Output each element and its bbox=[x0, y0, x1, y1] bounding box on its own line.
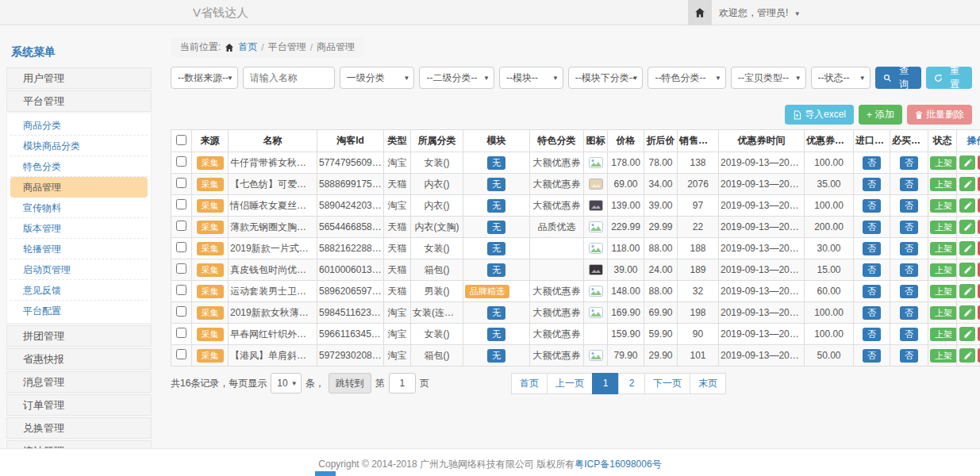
row-checkbox[interactable] bbox=[176, 156, 186, 167]
row-checkbox[interactable] bbox=[176, 349, 186, 359]
sidebar-item-5[interactable]: 版本管理 bbox=[10, 218, 148, 239]
toggle-badge[interactable]: 否 bbox=[863, 328, 881, 341]
row-checkbox[interactable] bbox=[176, 328, 186, 338]
jump-button[interactable]: 跳转到 bbox=[329, 373, 371, 393]
toggle-badge[interactable]: 否 bbox=[863, 263, 881, 277]
toggle-badge[interactable]: 否 bbox=[900, 242, 918, 255]
sidebar-item-2[interactable]: 特色分类 bbox=[10, 156, 148, 177]
sidebar-item-1[interactable]: 模块商品分类 bbox=[10, 136, 148, 156]
row-checkbox[interactable] bbox=[176, 221, 186, 231]
row-checkbox[interactable] bbox=[176, 263, 186, 274]
search-button[interactable]: 查询 bbox=[875, 67, 921, 89]
page-number-input[interactable] bbox=[389, 373, 416, 393]
sidebar-item-6[interactable]: 轮播管理 bbox=[10, 239, 148, 259]
status-badge[interactable]: 上架 bbox=[930, 156, 957, 170]
import-excel-button[interactable]: 导入excel bbox=[785, 105, 854, 125]
toggle-badge[interactable]: 否 bbox=[863, 285, 881, 298]
edit-button[interactable] bbox=[959, 177, 975, 191]
batch-delete-button[interactable]: 批量删除 bbox=[907, 105, 972, 125]
toggle-badge[interactable]: 否 bbox=[863, 349, 881, 363]
per-page-select[interactable]: 10▼ bbox=[271, 373, 301, 393]
toggle-badge[interactable]: 否 bbox=[863, 178, 881, 191]
module-badge[interactable]: 无 bbox=[487, 349, 505, 363]
edit-button[interactable] bbox=[959, 263, 975, 277]
toggle-badge[interactable]: 否 bbox=[900, 349, 918, 363]
filter-select-1[interactable]: 一级分类▼ bbox=[340, 67, 415, 89]
edit-button[interactable] bbox=[959, 198, 975, 213]
sidebar-group-4[interactable]: 消息管理 bbox=[6, 371, 152, 393]
page-button-0[interactable]: 首页 bbox=[511, 373, 548, 394]
toggle-badge[interactable]: 否 bbox=[900, 306, 918, 320]
sidebar-group-2[interactable]: 拼团管理 bbox=[6, 325, 152, 347]
status-badge[interactable]: 上架 bbox=[930, 285, 957, 298]
status-badge[interactable]: 上架 bbox=[930, 178, 957, 191]
module-badge[interactable]: 品牌精选 bbox=[465, 285, 509, 298]
sidebar-item-3[interactable]: 商品管理 bbox=[10, 177, 148, 198]
edit-button[interactable] bbox=[959, 327, 975, 341]
filter-select-0[interactable]: --数据来源--▼ bbox=[171, 67, 238, 89]
toggle-badge[interactable]: 否 bbox=[863, 242, 881, 255]
toggle-badge[interactable]: 否 bbox=[900, 285, 918, 298]
module-badge[interactable]: 无 bbox=[487, 263, 505, 277]
page-button-2[interactable]: 1 bbox=[592, 373, 619, 394]
sidebar-item-8[interactable]: 意见反馈 bbox=[10, 280, 148, 301]
sidebar-group-6[interactable]: 兑换管理 bbox=[6, 417, 152, 439]
user-menu[interactable]: 欢迎您，管理员! ▼ bbox=[719, 0, 801, 27]
row-checkbox[interactable] bbox=[176, 178, 186, 188]
breadcrumb-home-link[interactable]: 首页 bbox=[238, 40, 257, 54]
filter-select-5[interactable]: --特色分类--▼ bbox=[648, 67, 726, 89]
status-badge[interactable]: 上架 bbox=[930, 349, 957, 363]
toggle-badge[interactable]: 否 bbox=[900, 156, 918, 170]
status-badge[interactable]: 上架 bbox=[930, 199, 957, 213]
sidebar-group-0[interactable]: 用户管理 bbox=[6, 67, 152, 89]
status-badge[interactable]: 上架 bbox=[930, 328, 957, 341]
filter-select-7[interactable]: --状态--▼ bbox=[811, 67, 870, 89]
toggle-badge[interactable]: 否 bbox=[900, 221, 918, 234]
module-badge[interactable]: 无 bbox=[487, 306, 505, 320]
filter-select-3[interactable]: --模块--▼ bbox=[499, 67, 563, 89]
row-checkbox[interactable] bbox=[176, 285, 186, 295]
edit-button[interactable] bbox=[959, 348, 975, 363]
sidebar-group-3[interactable]: 省惠快报 bbox=[6, 348, 152, 370]
page-button-1[interactable]: 上一页 bbox=[547, 373, 593, 394]
sidebar-item-9[interactable]: 平台配置 bbox=[10, 301, 148, 321]
toggle-badge[interactable]: 否 bbox=[900, 263, 918, 277]
toggle-badge[interactable]: 否 bbox=[863, 306, 881, 320]
row-checkbox[interactable] bbox=[176, 306, 186, 317]
select-all-checkbox[interactable] bbox=[176, 135, 186, 145]
edit-button[interactable] bbox=[959, 284, 975, 298]
edit-button[interactable] bbox=[959, 155, 975, 170]
toggle-badge[interactable]: 否 bbox=[863, 156, 881, 170]
module-badge[interactable]: 无 bbox=[487, 178, 505, 191]
status-badge[interactable]: 上架 bbox=[930, 242, 957, 255]
status-badge[interactable]: 上架 bbox=[930, 306, 957, 320]
module-badge[interactable]: 无 bbox=[487, 199, 505, 213]
toggle-badge[interactable]: 否 bbox=[900, 328, 918, 341]
sidebar-item-0[interactable]: 商品分类 bbox=[10, 115, 148, 136]
home-button[interactable] bbox=[688, 0, 712, 25]
filter-select-2[interactable]: --二级分类--▼ bbox=[419, 67, 494, 89]
sidebar-item-4[interactable]: 宣传物料 bbox=[10, 198, 148, 218]
toggle-badge[interactable]: 否 bbox=[863, 221, 881, 234]
sidebar-group-1[interactable]: 平台管理 bbox=[6, 90, 152, 112]
add-button[interactable]: + 添加 bbox=[859, 105, 902, 125]
module-badge[interactable]: 无 bbox=[487, 156, 505, 170]
status-badge[interactable]: 上架 bbox=[930, 221, 957, 234]
toggle-badge[interactable]: 否 bbox=[863, 199, 881, 213]
filter-select-6[interactable]: --宝贝类型--▼ bbox=[731, 67, 806, 89]
sidebar-group-5[interactable]: 订单管理 bbox=[6, 394, 152, 416]
edit-button[interactable] bbox=[959, 305, 975, 320]
edit-button[interactable] bbox=[959, 220, 975, 234]
toggle-badge[interactable]: 否 bbox=[900, 178, 918, 191]
module-badge[interactable]: 无 bbox=[487, 242, 505, 255]
page-button-5[interactable]: 末页 bbox=[690, 373, 726, 394]
edit-button[interactable] bbox=[959, 241, 975, 255]
name-search-input[interactable] bbox=[243, 67, 335, 89]
module-badge[interactable]: 无 bbox=[487, 328, 505, 341]
page-button-3[interactable]: 2 bbox=[618, 373, 645, 394]
status-badge[interactable]: 上架 bbox=[930, 263, 957, 277]
sidebar-item-7[interactable]: 启动页管理 bbox=[10, 259, 148, 280]
module-badge[interactable]: 无 bbox=[487, 221, 505, 234]
page-button-4[interactable]: 下一页 bbox=[644, 373, 690, 394]
row-checkbox[interactable] bbox=[176, 242, 186, 252]
